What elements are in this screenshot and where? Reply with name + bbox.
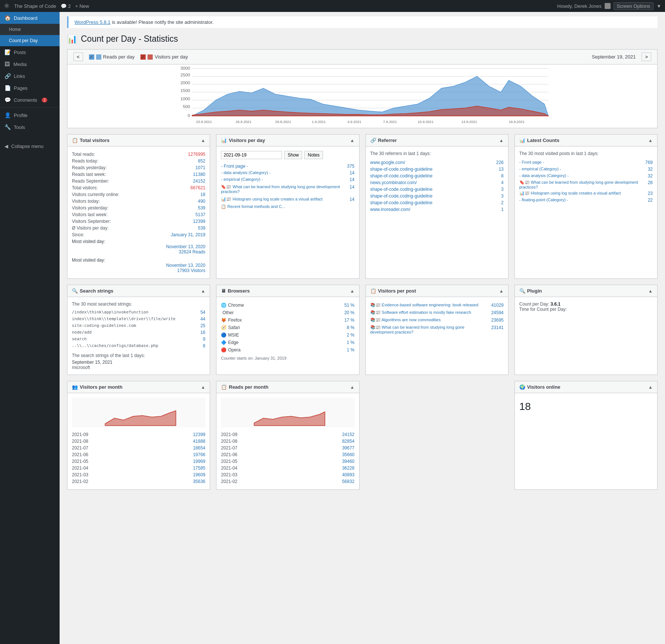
vpd-date-input[interactable]: 2021-09-19 — [221, 151, 282, 159]
chrome-icon: 🌐 — [221, 303, 227, 308]
sidebar-home-label: Home — [9, 27, 21, 32]
visitors-last-week-row: Visitors last week: 5137 — [72, 211, 205, 218]
svg-text:26.8.2021: 26.8.2021 — [236, 120, 251, 124]
edge-icon: 🔷 — [221, 340, 227, 345]
search-strings-toggle[interactable]: ▲ — [201, 288, 205, 294]
vpd-notes-btn[interactable]: Notes — [304, 151, 323, 159]
reads-checkbox[interactable]: ✓ — [89, 54, 94, 60]
media-icon: 🖼 — [4, 61, 10, 67]
list-item: shape-of-code.coding-guideline 8 — [370, 173, 504, 179]
list-item: 🦊 Firefox 17 % — [221, 316, 354, 324]
sidebar-item-home[interactable]: Home — [0, 24, 60, 35]
sidebar-item-dashboard[interactable]: 🏠 Dashboard — [0, 12, 60, 24]
total-reads-row: Total reads: 1276995 — [72, 151, 205, 158]
referrer-toggle[interactable]: ▲ — [499, 138, 504, 143]
chart-prev-btn[interactable]: < — [73, 53, 83, 61]
total-visitors-toggle[interactable]: ▲ — [201, 138, 205, 143]
reads-last-week-row: Reads last week: 11380 — [72, 171, 205, 178]
visitors-per-month-table: 2021-0912399 2021-0841888 2021-0718654 2… — [72, 431, 205, 485]
sidebar-item-profile[interactable]: 👤 Profile — [0, 109, 60, 121]
vpd-list: - Front page - 375 - data analysis (Cate… — [221, 163, 354, 210]
visitors-yesterday-row: Visitors yesterday: 539 — [72, 205, 205, 211]
reads-today-row: Reads today: 852 — [72, 158, 205, 164]
collapse-label: Collapse menu — [11, 143, 44, 149]
comments-menu-icon: 💬 — [4, 97, 11, 103]
sidebar-item-count-per-day[interactable]: Count per Day — [0, 35, 60, 46]
page-title: Count per Day - Statistics — [81, 34, 178, 44]
since-value[interactable]: January 31, 2019 — [171, 232, 206, 237]
visitors-per-month-toggle[interactable]: ▲ — [201, 385, 205, 390]
list-item: 2021-0619766 — [72, 451, 205, 458]
most-visited-reads-date[interactable]: November 13, 2020 — [166, 244, 205, 249]
sidebar-item-comments[interactable]: 💬 Comments 2 — [0, 94, 60, 106]
list-item: 🧭 Safari 8 % — [221, 324, 354, 331]
list-item: 2021-0924152 — [221, 431, 354, 438]
visitors-last-week-value: 5137 — [196, 212, 206, 217]
total-visitors-title: 📋 Total visitors — [72, 138, 110, 143]
visitors-checkbox[interactable]: ✓ — [140, 54, 146, 60]
sidebar-item-tools[interactable]: 🔧 Tools — [0, 121, 60, 133]
chart-next-btn[interactable]: > — [642, 53, 651, 61]
profile-icon: 👤 — [4, 112, 11, 118]
browser-counter-note: Counter starts on: January 31, 2019 — [221, 356, 354, 360]
reads-today-label: Reads today: — [72, 158, 98, 164]
most-visited-visitors-date[interactable]: November 13, 2020 — [166, 263, 205, 268]
vpp-icon: 📋 — [370, 288, 376, 294]
list-item: 🔷 Edge 1 % — [221, 339, 354, 346]
notice-message: is available! Please notify the site adm… — [112, 19, 213, 25]
visitors-legend-item: ✓ Visitors per day — [140, 54, 188, 60]
plugin-widget: 🔍 Plugin ▲ Count per Day: 3.6.1 Time for… — [514, 285, 658, 375]
latest-counts-toggle[interactable]: ▲ — [648, 138, 653, 143]
visitors-online-label: Visitors currently online: — [72, 192, 119, 197]
most-visited-reads-count[interactable]: 32624 Reads — [179, 249, 205, 255]
collapse-menu-button[interactable]: ◀ Collapse menu — [0, 141, 60, 152]
vpd-icon: 📊 — [221, 138, 227, 143]
screen-options-button[interactable]: Screen Options — [614, 2, 654, 10]
total-visitors-body: Total reads: 1276995 Reads today: 852 Re… — [67, 146, 210, 278]
list-item: 2021-0912399 — [72, 431, 205, 438]
list-item: 2021-0417585 — [72, 465, 205, 471]
chart-end-date: September 19, 2021 — [592, 54, 636, 60]
list-item: 2021-0841888 — [72, 438, 205, 445]
list-item: Other 20 % — [221, 309, 354, 316]
visitors-online-toggle[interactable]: ▲ — [648, 385, 653, 390]
list-item: 📚📰 Software effort estimation is mostly … — [370, 309, 504, 316]
vpd-show-btn[interactable]: Show — [284, 151, 302, 159]
comments-icon[interactable]: 💬 2 — [61, 3, 71, 9]
search-strings-body: The 30 most searched strings: /index\thi… — [67, 297, 210, 375]
visitors-per-post-toggle[interactable]: ▲ — [499, 288, 504, 294]
collapse-icon: ◀ — [4, 143, 8, 149]
browsers-toggle[interactable]: ▲ — [350, 288, 355, 294]
list-item: news.ycombinator.com/ 4 — [370, 179, 504, 186]
reads-per-month-widget: 📋 Reads per month ▲ 2021-0924152 2021-0 — [216, 381, 359, 490]
most-visited-visitors-count[interactable]: 17903 Visitors — [177, 268, 205, 273]
visitors-per-month-header: 👥 Visitors per month ▲ — [67, 381, 210, 393]
plugin-toggle[interactable]: ▲ — [648, 288, 653, 294]
notice-link[interactable]: WordPress 5.8.1 — [75, 19, 111, 25]
list-item: 📚📰 Evidence-based software engineering: … — [370, 302, 504, 309]
sidebar-item-pages[interactable]: 📄 Pages — [0, 82, 60, 94]
reads-per-month-toggle[interactable]: ▲ — [350, 385, 355, 390]
visitors-per-day-toggle[interactable]: ▲ — [350, 138, 355, 143]
sidebar-item-posts[interactable]: 📝 Posts — [0, 46, 60, 58]
visitors-per-day-header: 📊 Visitors per day ▲ — [216, 135, 359, 146]
site-name[interactable]: The Shape of Code — [14, 3, 56, 9]
svg-marker-26 — [254, 412, 325, 426]
latest-counts-widget: 📊 Latest Counts ▲ The 30 most visited po… — [514, 134, 658, 279]
list-item: shape-of-code.coding-guideline 3 — [370, 193, 504, 199]
chart-controls: < ✓ Reads per day ✓ Visitors per day Sep… — [67, 50, 657, 64]
svg-text:1000: 1000 — [180, 96, 190, 101]
total-visitors-header: 📋 Total visitors ▲ — [67, 135, 210, 146]
sidebar-item-media[interactable]: 🖼 Media — [0, 58, 60, 70]
list-item: 2021-0882854 — [221, 438, 354, 445]
search-strings-header: 🔍 Search strings ▲ — [67, 285, 210, 297]
new-content-btn[interactable]: + New — [75, 3, 89, 9]
browsers-icon: 🖥 — [221, 288, 226, 294]
reads-yesterday-value: 1071 — [196, 165, 206, 170]
sidebar-item-links[interactable]: 🔗 Links — [0, 70, 60, 82]
most-visited-visitors-block: Most visited day: November 13, 2020 1790… — [72, 257, 205, 274]
referrer-title: 🔗 Referrer — [370, 138, 397, 143]
recent-search-subtitle: The search strings of the last 1 days: — [72, 353, 205, 358]
latest-counts-header: 📊 Latest Counts ▲ — [515, 135, 657, 146]
visitors-color — [148, 54, 153, 60]
